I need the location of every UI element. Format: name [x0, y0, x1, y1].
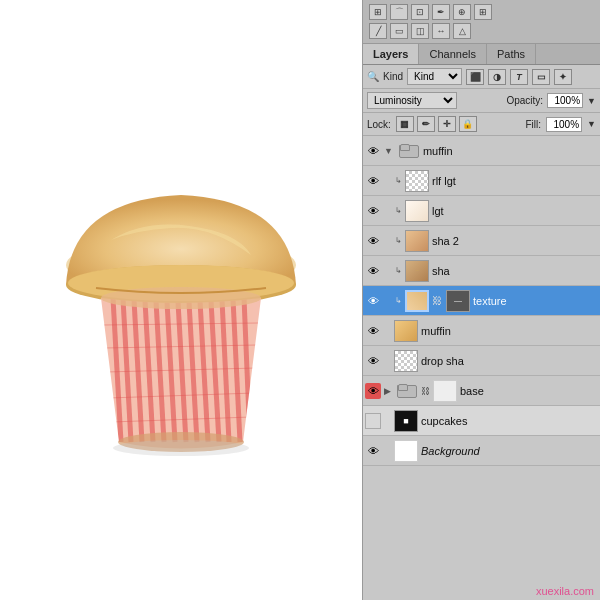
- thumb-cupcakes: ■: [394, 410, 418, 432]
- layer-name-muffin-group: muffin: [423, 145, 598, 157]
- lock-position-icon[interactable]: ✛: [438, 116, 456, 132]
- lock-paint-icon[interactable]: ✏: [417, 116, 435, 132]
- thumb-sha: ~: [405, 260, 429, 282]
- fill-label: Fill:: [526, 119, 542, 130]
- lasso-icon[interactable]: ⌒: [390, 4, 408, 20]
- arrow-sha2: ↳: [395, 236, 402, 245]
- layer-name-lgt: lgt: [432, 205, 598, 217]
- layer-name-sha2: sha 2: [432, 235, 598, 247]
- layer-cupcakes[interactable]: ■ cupcakes: [363, 406, 600, 436]
- tab-paths[interactable]: Paths: [487, 44, 536, 64]
- toolbar-row-2: ╱ ▭ ◫ ↔ △: [369, 23, 594, 39]
- eye-icon-sha[interactable]: 👁: [365, 263, 381, 279]
- eye-icon-drop-sha[interactable]: 👁: [365, 353, 381, 369]
- brush-icon[interactable]: ╱: [369, 23, 387, 39]
- type-icon[interactable]: T: [510, 69, 528, 85]
- arrow-muffin-group[interactable]: ▼: [384, 146, 393, 156]
- layer-sha2[interactable]: 👁 ↳ sha 2: [363, 226, 600, 256]
- layer-name-background: Background: [421, 445, 598, 457]
- layer-muffin-group[interactable]: 👁 ▼ muffin: [363, 136, 600, 166]
- eyedropper-icon[interactable]: ✒: [432, 4, 450, 20]
- eye-icon-lgt[interactable]: 👁: [365, 203, 381, 219]
- grid-icon[interactable]: ⊞: [474, 4, 492, 20]
- eye-icon-texture[interactable]: 👁: [365, 293, 381, 309]
- move-icon[interactable]: ↔: [432, 23, 450, 39]
- eye-icon-base[interactable]: 👁: [365, 383, 381, 399]
- tab-channels[interactable]: Channels: [419, 44, 486, 64]
- shape-icon[interactable]: ▭: [532, 69, 550, 85]
- thumb-base: [394, 380, 418, 402]
- crop-icon[interactable]: ⊡: [411, 4, 429, 20]
- layer-lgt[interactable]: 👁 ↳ lgt: [363, 196, 600, 226]
- thumb-background: [394, 440, 418, 462]
- thumb-texture-mask: —: [446, 290, 470, 312]
- layer-name-muffin: muffin: [421, 325, 598, 337]
- lock-label: Lock:: [367, 119, 391, 130]
- arrow-sha: ↳: [395, 266, 402, 275]
- kind-label: Kind: [383, 71, 403, 82]
- arrow-base[interactable]: ▶: [384, 386, 391, 396]
- layer-background[interactable]: 👁 Background: [363, 436, 600, 466]
- layer-name-rlf-lgt: rlf lgt: [432, 175, 598, 187]
- fill-arrow[interactable]: ▼: [587, 119, 596, 129]
- toolbar-row-1: ⊞ ⌒ ⊡ ✒ ⊕ ⊞: [369, 4, 594, 20]
- chain-icon-texture: ⛓: [432, 295, 442, 306]
- blend-row: Luminosity Opacity: ▼: [363, 89, 600, 113]
- layer-rlf-lgt[interactable]: 👁 ↳ rlf lgt: [363, 166, 600, 196]
- eye-icon-background[interactable]: 👁: [365, 443, 381, 459]
- layer-name-base: base: [460, 385, 598, 397]
- eye-icon-muffin-group[interactable]: 👁: [365, 143, 381, 159]
- layers-panel: ⊞ ⌒ ⊡ ✒ ⊕ ⊞ ╱ ▭ ◫ ↔ △ Layers Channels Pa…: [362, 0, 600, 600]
- cupcake-illustration: [41, 170, 321, 490]
- fill-input[interactable]: [546, 117, 582, 132]
- eye-icon-muffin[interactable]: 👁: [365, 323, 381, 339]
- path-icon[interactable]: △: [453, 23, 471, 39]
- layer-drop-sha[interactable]: 👁 drop sha: [363, 346, 600, 376]
- layer-muffin[interactable]: 👁 muffin: [363, 316, 600, 346]
- layer-name-sha: sha: [432, 265, 598, 277]
- tab-layers[interactable]: Layers: [363, 44, 419, 64]
- eye-icon-rlf-lgt[interactable]: 👁: [365, 173, 381, 189]
- layers-list: 👁 ▼ muffin 👁 ↳ rlf lgt 👁 ↳ lgt 👁: [363, 136, 600, 582]
- canvas-area: [0, 0, 362, 600]
- eraser-icon[interactable]: ▭: [390, 23, 408, 39]
- layer-name-texture: texture: [473, 295, 598, 307]
- chain-icon-base: ⛓: [421, 386, 430, 396]
- eye-icon-sha2[interactable]: 👁: [365, 233, 381, 249]
- pixel-icon[interactable]: ⬛: [466, 69, 484, 85]
- adjustment-icon[interactable]: ◑: [488, 69, 506, 85]
- svg-point-22: [113, 440, 249, 456]
- thumb-base2: [433, 380, 457, 402]
- blend-mode-select[interactable]: Luminosity: [367, 92, 457, 109]
- thumb-texture: [405, 290, 429, 312]
- layer-name-cupcakes: cupcakes: [421, 415, 598, 427]
- search-icon: 🔍: [367, 71, 379, 82]
- thumb-rlf-lgt: [405, 170, 429, 192]
- lock-icons: ▦ ✏ ✛ 🔒: [396, 116, 477, 132]
- opacity-input[interactable]: [547, 93, 583, 108]
- thumb-lgt: [405, 200, 429, 222]
- layer-base[interactable]: 👁 ▶ ⛓ base: [363, 376, 600, 406]
- layer-sha[interactable]: 👁 ↳ ~ sha: [363, 256, 600, 286]
- watermark: xuexila.com: [363, 582, 600, 600]
- lock-all-icon[interactable]: 🔒: [459, 116, 477, 132]
- thumb-sha2: [405, 230, 429, 252]
- opacity-arrow[interactable]: ▼: [587, 96, 596, 106]
- panel-tabs: Layers Channels Paths: [363, 44, 600, 65]
- kind-row: 🔍 Kind Kind ⬛ ◑ T ▭ ✦: [363, 65, 600, 89]
- kind-select[interactable]: Kind: [407, 68, 462, 85]
- smart-icon[interactable]: ✦: [554, 69, 572, 85]
- heal-icon[interactable]: ⊕: [453, 4, 471, 20]
- panel-toolbar: ⊞ ⌒ ⊡ ✒ ⊕ ⊞ ╱ ▭ ◫ ↔ △: [363, 0, 600, 44]
- mask-icon[interactable]: ◫: [411, 23, 429, 39]
- thumb-drop-sha: [394, 350, 418, 372]
- opacity-label: Opacity:: [506, 95, 543, 106]
- lock-row: Lock: ▦ ✏ ✛ 🔒 Fill: ▼: [363, 113, 600, 136]
- marquee-icon[interactable]: ⊞: [369, 4, 387, 20]
- thumb-muffin-group: [396, 140, 420, 162]
- eye-icon-cupcakes[interactable]: [365, 413, 381, 429]
- arrow-rlf-lgt: ↳: [395, 176, 402, 185]
- lock-transparent-icon[interactable]: ▦: [396, 116, 414, 132]
- arrow-lgt: ↳: [395, 206, 402, 215]
- layer-texture[interactable]: 👁 ↳ ⛓ — texture: [363, 286, 600, 316]
